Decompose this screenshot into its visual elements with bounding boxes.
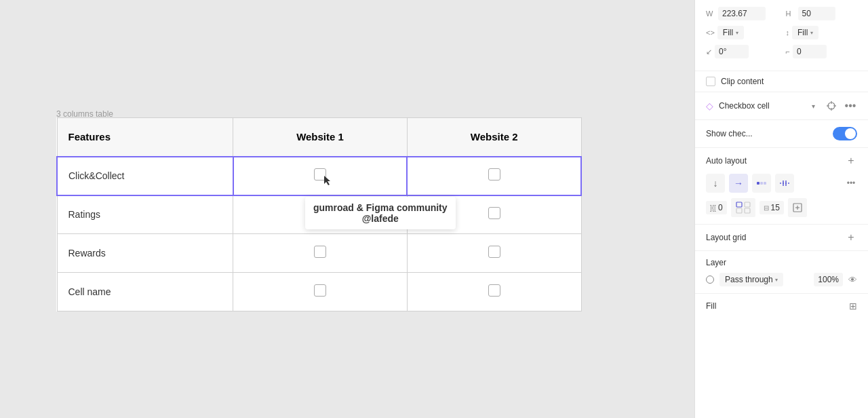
- fill-y-field: ↕ Fill ▾: [786, 26, 858, 39]
- alignment-grid[interactable]: [752, 174, 771, 193]
- fill-x-dropdown[interactable]: Fill ▾: [717, 26, 744, 39]
- pass-through-label: Pass through: [725, 275, 773, 284]
- svg-rect-7: [760, 182, 763, 185]
- layout-grid-section: Layout grid +: [695, 225, 868, 251]
- component-target-icon[interactable]: [825, 99, 838, 113]
- table-row[interactable]: Cell name: [57, 273, 581, 311]
- chevron-down-icon: ▾: [775, 277, 778, 283]
- v-gap-value: 15: [771, 203, 780, 212]
- alignment-spacer: [731, 198, 755, 217]
- h-gap-icon: ]{[: [710, 204, 716, 212]
- vertical-gap-field[interactable]: ⊟ 15: [760, 201, 784, 214]
- code-icon: <>: [706, 28, 715, 37]
- checkbox-cell[interactable]: [407, 234, 581, 273]
- svg-rect-15: [745, 208, 750, 213]
- horizontal-gap-field[interactable]: ]{[ 0: [706, 201, 727, 214]
- checkbox-icon[interactable]: [488, 246, 500, 258]
- rotation-field: ↙: [706, 45, 778, 58]
- chevron-down-icon[interactable]: ▾: [812, 102, 815, 110]
- fill-grid-icon[interactable]: ⊞: [849, 301, 857, 311]
- table-row[interactable]: Rewards: [57, 234, 581, 273]
- svg-rect-6: [757, 182, 760, 185]
- layer-section: Layer Pass through ▾ 100% 👁: [695, 251, 868, 294]
- header-features: Features: [57, 118, 233, 157]
- h-label: H: [786, 10, 795, 18]
- checkbox-cell[interactable]: [233, 234, 408, 273]
- component-header: ◇ Checkbox cell ▾ •••: [695, 92, 868, 120]
- up-arrow-icon: ↕: [786, 28, 790, 37]
- clip-label: Clip content: [721, 77, 764, 86]
- grid-icon: [755, 177, 768, 189]
- clip-checkbox[interactable]: [706, 77, 715, 86]
- height-input[interactable]: [798, 7, 835, 20]
- row-feature-label: Rewards: [57, 234, 233, 273]
- toggle-switch[interactable]: [833, 127, 857, 140]
- rotation-icon: ↙: [706, 48, 712, 56]
- checkbox-cell[interactable]: [233, 195, 408, 234]
- header-website1: Website 1: [233, 118, 408, 157]
- comparison-table: Features Website 1 Website 2 Click&Colle…: [56, 117, 582, 311]
- fill-y-dropdown[interactable]: Fill ▾: [792, 26, 818, 39]
- auto-layout-section: Auto layout +: [695, 148, 868, 174]
- checkbox-cell[interactable]: [407, 273, 581, 311]
- visibility-icon[interactable]: 👁: [848, 275, 857, 285]
- checkbox-cell[interactable]: [407, 157, 581, 195]
- more-options-icon[interactable]: •••: [845, 177, 857, 189]
- direction-right-button[interactable]: →: [729, 174, 748, 193]
- svg-rect-13: [736, 208, 742, 213]
- dimensions-section: W H <> Fill ▾ ↕ Fill ▾: [695, 0, 868, 71]
- checkbox-icon[interactable]: [314, 168, 326, 180]
- more-icon[interactable]: •••: [844, 99, 857, 113]
- checkbox-icon[interactable]: [314, 284, 326, 297]
- fill-section: Fill ⊞: [695, 294, 868, 318]
- direction-down-button[interactable]: ↓: [706, 174, 725, 193]
- clip-content-row: Clip content: [695, 71, 868, 92]
- w-label: W: [706, 10, 715, 18]
- spacer-icon: [778, 177, 791, 189]
- width-field: W: [706, 7, 778, 20]
- rotation-input[interactable]: [715, 45, 749, 58]
- corner-input[interactable]: [793, 45, 827, 58]
- svg-rect-14: [745, 202, 750, 207]
- checkbox-icon[interactable]: [488, 168, 500, 180]
- table-header-row: Features Website 1 Website 2: [57, 118, 581, 157]
- svg-rect-8: [764, 182, 766, 185]
- spacer-button[interactable]: [775, 174, 794, 193]
- corner-radius-field: ⌐: [786, 45, 858, 58]
- header-website2: Website 2: [407, 118, 581, 157]
- fill-header: Fill ⊞: [706, 301, 857, 311]
- checkbox-cell-selected[interactable]: [233, 157, 408, 195]
- component-name: Checkbox cell: [719, 101, 806, 111]
- row-feature-label: Ratings: [57, 195, 233, 234]
- v-gap-icon: ⊟: [764, 204, 769, 212]
- layer-circle-icon: [706, 276, 714, 284]
- width-input[interactable]: [718, 7, 766, 20]
- table-row[interactable]: Click&Collect: [57, 157, 581, 195]
- checkbox-icon[interactable]: [314, 246, 326, 258]
- add-layout-grid-button[interactable]: +: [845, 231, 857, 244]
- svg-rect-12: [736, 202, 742, 207]
- checkbox-icon[interactable]: [488, 207, 500, 219]
- layer-mode-dropdown[interactable]: Pass through ▾: [719, 273, 783, 286]
- expand-icon[interactable]: [788, 198, 807, 217]
- chevron-down-icon: ▾: [736, 30, 738, 36]
- opacity-value[interactable]: 100%: [814, 273, 843, 286]
- fill-x-value: Fill: [723, 28, 733, 37]
- checkbox-icon[interactable]: [488, 284, 500, 297]
- layer-row: Pass through ▾ 100% 👁: [706, 273, 857, 286]
- show-label: Show chec...: [706, 129, 827, 138]
- layer-title: Layer: [706, 258, 726, 267]
- auto-layout-title: Auto layout: [706, 156, 845, 166]
- fill-title: Fill: [706, 301, 849, 311]
- checkbox-cell[interactable]: [233, 273, 408, 311]
- canvas: 3 columns table Features Website 1 Websi…: [0, 0, 694, 418]
- checkbox-icon[interactable]: [314, 207, 326, 219]
- toggle-knob: [845, 128, 856, 139]
- row-feature-label: Cell name: [57, 273, 233, 311]
- checkbox-cell[interactable]: [407, 195, 581, 234]
- h-gap-value: 0: [718, 203, 723, 212]
- add-auto-layout-button[interactable]: +: [845, 155, 857, 167]
- align-grid-icon: [736, 202, 751, 214]
- table-row[interactable]: Ratings: [57, 195, 581, 234]
- row-feature-label: Click&Collect: [57, 157, 233, 195]
